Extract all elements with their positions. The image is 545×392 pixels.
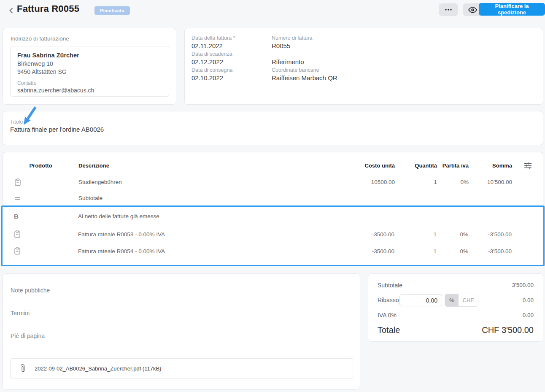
billing-section-label: Indirizzo di fatturazione [11, 35, 69, 42]
more-actions-button[interactable] [439, 3, 458, 16]
item-unit-cost: 10500.00 [348, 179, 395, 185]
highlighted-items-group: BAl netto delle fatture già emesseFattur… [1, 205, 545, 266]
detail-field-value: R0055 [272, 42, 337, 50]
back-button[interactable] [7, 6, 15, 15]
discount-input[interactable] [399, 294, 442, 306]
item-sum: 10'500.00 [469, 179, 512, 185]
notes-card: Note pubbliche Termini Piè di pagina 202… [3, 273, 360, 389]
clipboard-icon [3, 247, 78, 255]
item-quantity: 1 [394, 248, 437, 254]
total-label: Totale [378, 325, 400, 335]
detail-field[interactable]: Numero di fatturaR0055 [272, 35, 337, 50]
detail-field[interactable]: Data della fattura *02.11.2022 [192, 35, 235, 50]
title-value[interactable]: Fattura finale per l'ordine AB0026 [10, 126, 104, 133]
item-description: Subtotale [78, 195, 348, 201]
column-product: Prodotto [3, 162, 78, 169]
discount-unit-percent[interactable]: % [445, 294, 459, 306]
invoice-page: Fattura R0055 Pianificato Pianificare la… [0, 0, 545, 392]
vat-value: 0.00 [523, 312, 534, 318]
detail-field-label [272, 51, 337, 57]
public-notes-field[interactable]: Note pubbliche [11, 287, 50, 294]
vat-label: IVA 0% [378, 312, 397, 319]
billing-street: Birkenweg 10 [17, 60, 162, 68]
title-label: Titolo [10, 119, 23, 125]
item-vat: 0% [437, 179, 469, 185]
table-row[interactable]: Studiengebühren10500.0010%10'500.00 [3, 173, 543, 191]
detail-field-value: Raiffeisen Marbach QR [272, 74, 337, 82]
column-settings-button[interactable] [522, 162, 543, 169]
item-unit-cost: -3500.00 [348, 231, 394, 238]
invoice-details-card: Data della fattura *02.11.2022Data di sc… [184, 28, 543, 105]
table-row[interactable]: BAl netto delle fatture già emesse [3, 207, 543, 226]
billing-city: 9450 Altstätten SG [17, 68, 162, 76]
invoice-title-card: Titolo Fattura finale per l'ordine AB002… [3, 111, 543, 145]
item-description: Fattura rateale R0053 - 0.00% IVA [78, 231, 348, 238]
table-row[interactable]: Fattura rateale R0054 - 0.00% IVA-3500.0… [3, 243, 543, 260]
detail-field[interactable]: Riferimento [272, 51, 337, 66]
detail-field[interactable]: Coordinate bancarieRaiffeisen Marbach QR [272, 67, 337, 82]
column-vat: Partita iva [437, 162, 469, 169]
table-row[interactable]: Fattura rateale R0053 - 0.00% IVA-3500.0… [3, 226, 543, 243]
billing-address-card: Indirizzo di fatturazione Frau Sabrina Z… [3, 28, 176, 105]
item-quantity: 1 [395, 179, 437, 185]
paperclip-icon [20, 364, 25, 373]
item-description: Studiengebühren [78, 179, 348, 185]
chevron-left-icon [9, 8, 13, 14]
billing-address-box[interactable]: Frau Sabrina Zürcher Birkenweg 10 9450 A… [10, 46, 169, 97]
column-unit-cost: Costo unità [348, 162, 395, 169]
item-sum: -3'500.00 [468, 248, 512, 254]
detail-field-label: Data di scadenza [192, 51, 235, 57]
item-description: Fattura rateale R0054 - 0.00% IVA [78, 248, 348, 254]
totals-card: Subtotale 3'500.00 Ribasso % CHF 0.00 IV… [368, 273, 543, 342]
attachment-item[interactable]: 2022-09-02_AB0026_Sabrina_Zuercher.pdf (… [10, 358, 353, 378]
discount-value: 0.00 [523, 297, 534, 303]
ellipsis-icon [445, 9, 452, 11]
column-sum: Somma [469, 162, 512, 169]
contact-email: sabrina.zuercher@abacus.ch [17, 87, 162, 94]
letter-b-icon: B [3, 213, 78, 220]
detail-field-value: 02.12.2022 [192, 58, 235, 66]
schedule-shipping-button[interactable]: Pianificare la spedizione [479, 3, 545, 16]
details-column-right: Numero di fatturaR0055RiferimentoCoordin… [272, 35, 337, 83]
detail-field-label: Numero di fattura [272, 35, 337, 41]
items-rows: Studiengebühren10500.0010%10'500.00Subto… [3, 173, 543, 205]
detail-field-label: Data della fattura * [192, 35, 235, 41]
item-vat: 0% [437, 231, 468, 238]
line-items-card: Prodotto Descrizione Costo unità Quantit… [3, 152, 543, 266]
total-value: CHF 3'500.00 [482, 325, 534, 335]
detail-field-value: 02.10.2022 [192, 74, 235, 82]
contact-label: Contatto [17, 80, 162, 86]
discount-unit-toggle: % CHF [445, 294, 478, 307]
billing-name: Frau Sabrina Zürcher [17, 52, 162, 59]
column-description: Descrizione [78, 162, 348, 169]
detail-field-value: Riferimento [272, 58, 337, 66]
clipboard-icon [3, 230, 78, 238]
sliders-icon [524, 162, 532, 169]
item-sum: -3'500.00 [468, 231, 512, 238]
items-table-header: Prodotto Descrizione Costo unità Quantit… [3, 157, 543, 173]
subtotal-value: 3'500.00 [512, 282, 534, 288]
detail-field-label: Coordinate bancarie [272, 67, 337, 73]
subtotal-label: Subtotale [378, 282, 402, 289]
footer-field[interactable]: Piè di pagina [11, 333, 45, 339]
clipboard-icon [3, 178, 78, 186]
equals-icon [3, 196, 78, 200]
discount-label: Ribasso [378, 297, 399, 303]
detail-field[interactable]: Data di consegna02.10.2022 [192, 67, 235, 82]
details-column-left: Data della fattura *02.11.2022Data di sc… [192, 35, 235, 83]
table-row[interactable]: Subtotale [3, 191, 543, 205]
detail-field-value: 02.11.2022 [192, 42, 235, 50]
item-vat: 0% [437, 248, 468, 254]
eye-icon [468, 7, 477, 13]
column-quantity: Quantità [395, 162, 437, 169]
terms-field[interactable]: Termini [11, 310, 30, 316]
item-unit-cost: -3500.00 [348, 248, 394, 254]
item-description: Al netto delle fatture già emesse [78, 213, 348, 219]
page-title: Fattura R0055 [17, 3, 79, 14]
status-badge: Pianificato [94, 6, 130, 15]
detail-field[interactable]: Data di scadenza02.12.2022 [192, 51, 235, 66]
item-quantity: 1 [394, 231, 437, 238]
discount-unit-currency[interactable]: CHF [459, 294, 478, 306]
detail-field-label: Data di consegna [192, 67, 235, 73]
attachment-name: 2022-09-02_AB0026_Sabrina_Zuercher.pdf (… [35, 365, 161, 372]
